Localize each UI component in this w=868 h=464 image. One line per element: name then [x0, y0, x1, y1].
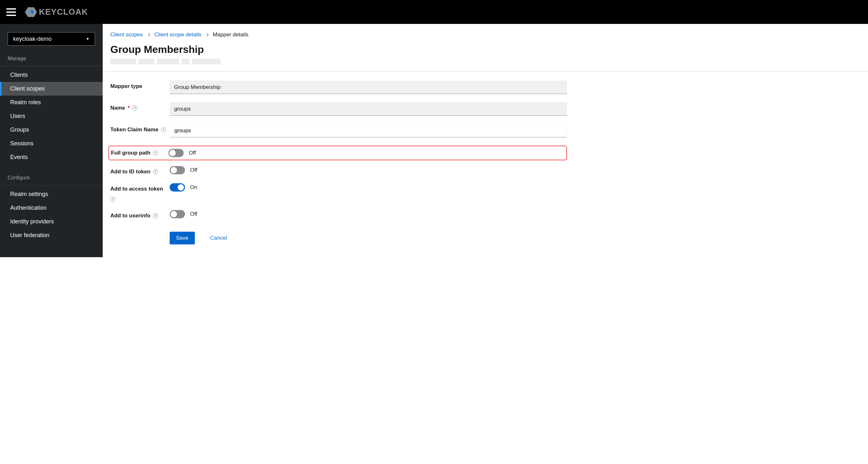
svg-marker-0	[25, 7, 37, 16]
row-mapper-type: Mapper type Group Membership	[110, 80, 567, 94]
row-add-to-id-token: Add to ID token ? Off	[110, 166, 567, 175]
sidebar-item-clients[interactable]: Clients	[0, 68, 103, 82]
help-icon[interactable]: ?	[110, 197, 116, 202]
row-add-to-access-token: Add to access token ? On	[110, 183, 567, 202]
page-title: Group Membership	[103, 42, 868, 57]
row-name: Name * ? groups	[110, 102, 567, 116]
sidebar-item-realm-roles[interactable]: Realm roles	[0, 96, 103, 109]
toggle-state-full-group-path: Off	[189, 150, 196, 156]
help-icon[interactable]: ?	[153, 213, 158, 218]
row-add-to-userinfo: Add to userinfo ? Off	[110, 210, 567, 219]
sidebar-item-client-scopes[interactable]: Client scopes	[0, 82, 103, 96]
sidebar-item-events[interactable]: Events	[0, 151, 103, 164]
breadcrumb-client-scope-details[interactable]: Client scope details	[154, 32, 201, 38]
redacted-subtitle	[103, 57, 868, 71]
toggle-add-to-access-token[interactable]	[169, 183, 185, 192]
sidebar-item-realm-settings[interactable]: Realm settings	[0, 187, 103, 201]
required-indicator: *	[128, 105, 130, 111]
label-token-claim-name: Token Claim Name	[110, 127, 158, 133]
realm-selected-value: keycloak-demo	[13, 36, 52, 42]
breadcrumb-current: Mapper details	[213, 32, 248, 38]
help-icon[interactable]: ?	[161, 127, 166, 132]
toggle-add-to-userinfo[interactable]	[169, 210, 185, 218]
label-mapper-type: Mapper type	[110, 83, 142, 90]
product-logo[interactable]: KEYCLOAK	[25, 6, 88, 18]
mapper-type-value: Group Membership	[169, 80, 567, 94]
breadcrumb-client-scopes[interactable]: Client scopes	[110, 32, 143, 38]
chevron-right-icon	[205, 33, 209, 36]
menu-toggle-button[interactable]	[6, 8, 16, 16]
label-name: Name	[110, 105, 125, 111]
row-token-claim-name: Token Claim Name ?	[110, 124, 567, 137]
sidebar-item-sessions[interactable]: Sessions	[0, 137, 103, 151]
token-claim-name-input[interactable]	[169, 124, 567, 137]
realm-selector[interactable]: keycloak-demo ▼	[8, 32, 95, 45]
keycloak-logo-icon	[25, 6, 37, 18]
toggle-full-group-path[interactable]	[168, 149, 184, 157]
chevron-right-icon	[147, 33, 150, 36]
sidebar-item-identity-providers[interactable]: Identity providers	[0, 215, 103, 229]
save-button[interactable]: Save	[169, 232, 195, 244]
label-full-group-path: Full group path	[111, 150, 151, 156]
help-icon[interactable]: ?	[153, 151, 158, 156]
form-actions: Save Cancel	[110, 232, 567, 244]
sidebar: keycloak-demo ▼ Manage Clients Client sc…	[0, 24, 103, 257]
label-add-to-id-token: Add to ID token	[110, 169, 151, 175]
top-header: KEYCLOAK	[0, 0, 868, 24]
toggle-add-to-id-token[interactable]	[169, 166, 185, 174]
toggle-state-add-to-id-token: Off	[190, 167, 197, 173]
help-icon[interactable]: ?	[153, 169, 158, 174]
name-value: groups	[169, 102, 567, 116]
sidebar-item-groups[interactable]: Groups	[0, 123, 103, 137]
row-full-group-path: Full group path ? Off	[108, 146, 567, 160]
main-content: Client scopes Client scope details Mappe…	[103, 24, 868, 257]
sidebar-section-manage: Manage	[0, 51, 103, 64]
sidebar-item-users[interactable]: Users	[0, 109, 103, 123]
help-icon[interactable]: ?	[132, 105, 137, 110]
toggle-state-add-to-access-token: On	[190, 184, 197, 191]
toggle-state-add-to-userinfo: Off	[190, 211, 197, 217]
sidebar-section-configure: Configure	[0, 170, 103, 183]
sidebar-item-user-federation[interactable]: User federation	[0, 229, 103, 242]
product-name: KEYCLOAK	[39, 7, 88, 17]
label-add-to-userinfo: Add to userinfo	[110, 212, 151, 219]
cancel-button[interactable]: Cancel	[204, 232, 234, 244]
breadcrumb: Client scopes Client scope details Mappe…	[103, 32, 868, 42]
label-add-to-access-token: Add to access token	[110, 186, 163, 192]
sidebar-item-authentication[interactable]: Authentication	[0, 201, 103, 215]
chevron-down-icon: ▼	[86, 37, 90, 41]
